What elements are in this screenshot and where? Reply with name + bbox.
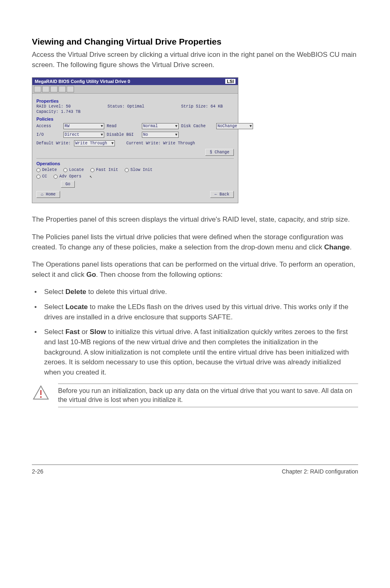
svg-point-2 — [40, 396, 42, 398]
cc-radio[interactable]: CC — [36, 174, 47, 179]
disk-cache-select[interactable]: NoChange▼ — [216, 123, 253, 129]
fast-init-radio[interactable]: Fast Init — [90, 168, 118, 172]
policies-panel-label: Policies — [36, 117, 234, 121]
io-label: I/O — [36, 132, 61, 137]
go-button[interactable]: Go — [61, 181, 75, 188]
screenshot-figure: MegaRAID BIOS Config Utility Virtual Dri… — [32, 77, 358, 203]
warning-text: Before you run an initialization, back u… — [58, 384, 358, 408]
toolbar — [32, 85, 238, 94]
properties-panel-label: Properties — [36, 99, 234, 103]
status-value: Status: Optimal — [108, 104, 144, 109]
capacity-value: Capacity: 1.743 TB — [36, 110, 81, 114]
default-write-label: Default Write: — [36, 141, 71, 146]
list-item: Select Fast or Slow to initialize this v… — [32, 327, 358, 377]
slow-init-radio[interactable]: Slow Init — [125, 168, 152, 172]
list-item: Select Locate to make the LEDs flash on … — [32, 302, 358, 322]
toolbar-button[interactable] — [42, 86, 49, 92]
back-button[interactable]: ← Back — [210, 191, 234, 198]
home-button[interactable]: ⌂ Home — [36, 191, 60, 198]
current-write-value: Current Write: Write Through — [126, 141, 195, 146]
locate-radio[interactable]: Locate — [63, 168, 84, 172]
properties-paragraph: The Properties panel of this screen disp… — [32, 215, 358, 225]
toolbar-button[interactable] — [58, 86, 66, 92]
disable-bgi-label: Disable BGI — [107, 132, 139, 137]
page-footer: 2-26 Chapter 2: RAID configuration — [32, 465, 358, 475]
warning-icon — [33, 385, 49, 400]
operations-panel-label: Operations — [36, 161, 234, 166]
disk-cache-label: Disk Cache — [181, 124, 214, 128]
raid-level-value: RAID Level: 50 — [36, 104, 71, 109]
cursor-icon: ↖ — [90, 174, 92, 179]
window-title: MegaRAID BIOS Config Utility Virtual Dri… — [35, 79, 130, 84]
toolbar-button[interactable] — [34, 86, 41, 92]
strip-size-value: Strip Size: 64 KB — [181, 104, 223, 109]
default-write-select[interactable]: Write Through▼ — [74, 140, 115, 146]
disable-bgi-select[interactable]: No▼ — [142, 132, 179, 138]
io-select[interactable]: Direct▼ — [63, 132, 104, 138]
change-button[interactable]: § Change — [205, 149, 234, 156]
policies-paragraph: The Policies panel lists the virtual dri… — [32, 232, 358, 252]
access-label: Access — [36, 124, 61, 128]
options-list: Select Delete to delete this virtual dri… — [32, 287, 358, 377]
access-select[interactable]: RW▼ — [63, 123, 104, 129]
delete-radio[interactable]: Delete — [36, 168, 57, 172]
operations-paragraph: The Operations panel lists operations th… — [32, 260, 358, 280]
chapter-label: Chapter 2: RAID configuration — [282, 468, 358, 475]
section-heading: Viewing and Changing Virtual Drive Prope… — [32, 37, 358, 47]
page-number: 2-26 — [32, 468, 43, 475]
toolbar-button[interactable] — [67, 86, 74, 92]
read-label: Read — [107, 124, 139, 128]
brand-badge: LSI — [225, 79, 235, 84]
window-titlebar: MegaRAID BIOS Config Utility Virtual Dri… — [32, 78, 238, 85]
list-item: Select Delete to delete this virtual dri… — [32, 287, 358, 297]
read-select[interactable]: Normal▼ — [142, 123, 179, 129]
intro-paragraph: Access the Virtual Drive screen by click… — [32, 50, 358, 70]
toolbar-button[interactable] — [50, 86, 58, 92]
adv-opers-radio[interactable]: Adv Opers — [54, 174, 81, 179]
warning-callout: Before you run an initialization, back u… — [32, 384, 358, 408]
